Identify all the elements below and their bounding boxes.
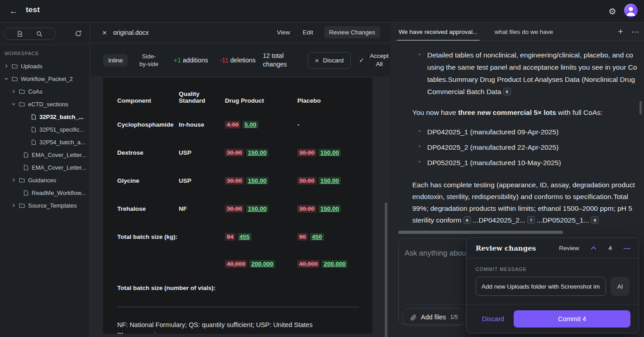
chat-vertical-scrollbar[interactable] (639, 101, 642, 114)
discard-changes-button[interactable]: ×Discard (308, 52, 351, 69)
tree-label: 32P54_batch_a... (39, 139, 86, 146)
close-icon: × (315, 57, 319, 64)
diff-deleted-value: 40,000 (297, 260, 320, 268)
cell-standard: NF (179, 205, 225, 212)
cell-drug-product: 30.00150.00 (225, 205, 297, 212)
tree-label: eCTD_sections (28, 101, 68, 108)
col-header-quality-standard: Quality Standard (179, 90, 225, 104)
citation-chip[interactable]: 7 (527, 216, 535, 224)
cell-standard: USP (179, 177, 225, 184)
popup-header: Review changes Review 4 — (467, 238, 639, 259)
cell-drug-product: 30.00150.00 (225, 177, 297, 184)
table-header-row: Component Quality Standard Drug Product … (117, 83, 372, 105)
citation-chip[interactable]: 5 (503, 88, 511, 95)
bullet-icon: • (419, 159, 420, 165)
side-by-side-view-toggle[interactable]: Side-by-side (138, 52, 159, 68)
editor-vertical-scrollbar[interactable] (385, 203, 387, 337)
sidebar-toolbar (0, 23, 90, 45)
table-row: 40,000200,000 40,000200,000 Total batch … (117, 251, 372, 295)
chevron-right-icon (4, 64, 8, 68)
sidebar-item-uploads[interactable]: Uploads (0, 60, 90, 72)
tree-label: Workflow_Packet_2 (21, 76, 73, 82)
ai-generate-button[interactable]: AI (611, 277, 630, 296)
chat-message-line: using the same test panel and acceptance… (427, 61, 637, 73)
diff-added-value: 150.00 (246, 205, 268, 213)
cell-component: Total batch size (number of vials): (117, 285, 215, 291)
table-row: Dextrose USP 30.00150.00 30.00150.00 (117, 138, 372, 166)
cell-placebo: 30.00150.00 (297, 177, 372, 184)
bullet-icon: • (419, 143, 420, 150)
discard-commit-link[interactable]: Discard (482, 315, 504, 323)
sidebar-item-workflow-packet-2[interactable]: Workflow_Packet_2 (0, 72, 90, 85)
commit-message-input[interactable] (476, 277, 606, 296)
additions-count: +1 additions (174, 57, 208, 64)
user-avatar[interactable] (624, 4, 638, 17)
close-tab-icon[interactable]: × (100, 28, 110, 38)
chevron-right-icon (11, 204, 15, 208)
changes-count: 4 (608, 245, 612, 252)
chevron-up-icon[interactable] (591, 246, 596, 250)
folder-icon (19, 102, 25, 107)
chat-tab-files[interactable]: what files do we have (493, 23, 555, 41)
minimize-icon[interactable]: — (624, 244, 630, 252)
sidebar-item-readme-workflow[interactable]: ReadMe_Workflow... (0, 186, 90, 199)
commit-button[interactable]: Commit 4 (514, 310, 630, 328)
diff-added-value: 200,000 (249, 260, 275, 268)
chevron-right-icon (11, 90, 15, 94)
edit-menu-item[interactable]: Edit (301, 26, 315, 38)
file-tree: Uploads Workflow_Packet_2 CoAs eCTD_sect… (0, 60, 90, 212)
chat-horizontal-scrollbar[interactable] (398, 231, 563, 234)
chat-message-bullet-line: • Detailed tables of nonclinical, engine… (427, 49, 633, 61)
chat-message-line: sterility conform6...DP042025_2...7...DP… (412, 214, 601, 226)
tree-label: EMA_Cover_Letter... (32, 152, 86, 158)
sidebar-item-ectd-sections[interactable]: eCTD_sections (0, 98, 90, 110)
bullet-icon: • (419, 49, 420, 61)
cell-drug-product: 40,000200,000 (225, 261, 275, 267)
refresh-icon[interactable] (73, 28, 83, 38)
workspace-title: test (26, 5, 40, 14)
chevron-right-icon (11, 178, 15, 182)
inline-view-toggle[interactable]: Inline (103, 54, 128, 66)
cell-drug-product: 94455 (225, 233, 297, 240)
table-row: Trehalose NF 30.00150.00 30.00150.00 (117, 195, 372, 223)
diff-added-value: 450 (310, 233, 324, 241)
view-menu-item[interactable]: View (275, 26, 292, 38)
sidebar-item-ema-cover-letter-1[interactable]: EMA_Cover_Letter... (0, 148, 90, 161)
sidebar-item-32p32-batch[interactable]: 32P32_batch_... (0, 110, 90, 123)
new-chat-plus-icon[interactable]: + (615, 26, 626, 37)
sidebar-item-32p51-specific[interactable]: 32P51_specific... (0, 123, 90, 136)
review-changes-menu-item[interactable]: Review Changes (324, 26, 380, 38)
table-row: Glycine USP 30.00150.00 30.00150.00 (117, 166, 372, 195)
add-files-button[interactable]: Add files 1/5 (402, 308, 466, 326)
citation-chip[interactable]: 6 (463, 216, 471, 224)
citation-chip[interactable]: 8 (591, 216, 599, 224)
cell-component: Total batch size (kg): (117, 233, 179, 240)
diff-deleted-value: 30.00 (225, 205, 244, 213)
file-search-pill[interactable] (4, 28, 56, 40)
sidebar-item-source-templates[interactable]: Source_Templates (0, 199, 90, 212)
diff-deleted-value: 30.00 (225, 149, 244, 157)
back-arrow-icon[interactable]: ← (7, 5, 20, 18)
file-icon (31, 139, 36, 145)
cell-component: Trehalose (117, 205, 179, 212)
sidebar-item-32p54-batch[interactable]: 32P54_batch_a... (0, 136, 90, 148)
chat-message-line: Each has complete testing (appearance, I… (412, 179, 635, 191)
more-options-ellipsis-icon[interactable]: ⋯ (630, 26, 640, 37)
cell-standard: In-house (179, 121, 225, 128)
chat-input-placeholder: Ask anything about (405, 249, 468, 257)
review-changes-popup: Review changes Review 4 — COMMIT MESSAGE… (466, 237, 639, 333)
chat-tab-approval[interactable]: We have received approval... (397, 23, 480, 41)
chat-lot-item: • DP042025_1 (manufactured 09-Apr-2025) (427, 128, 558, 136)
document-tab-title: original.docx (113, 29, 149, 36)
tree-label: 32P51_specific... (39, 126, 84, 133)
sidebar-item-ema-cover-letter-2[interactable]: EMA_Cover_Letter... (0, 161, 90, 174)
tree-label: ReadMe_Workflow... (32, 190, 86, 196)
settings-gear-icon[interactable]: ⚙ (606, 5, 619, 18)
chat-message-paragraph: You now have three new commercial 5× lot… (412, 106, 602, 119)
app-root: ← test ⚙ (0, 0, 644, 337)
cell-placebo: 90450 (297, 233, 372, 240)
sidebar-item-coas[interactable]: CoAs (0, 85, 90, 98)
accept-all-button[interactable]: ✓Accept All (359, 52, 390, 68)
sidebar-item-guidances[interactable]: Guidances (0, 174, 90, 186)
review-link[interactable]: Review (559, 245, 579, 252)
